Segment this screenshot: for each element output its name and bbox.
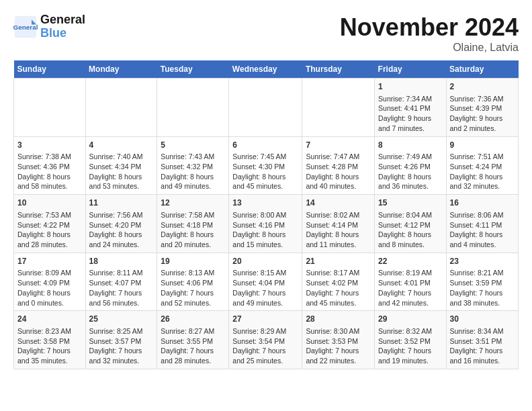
sunset-text: Sunset: 4:02 PM (306, 279, 358, 287)
day-cell: 11Sunrise: 7:56 AMSunset: 4:20 PMDayligh… (85, 195, 157, 253)
day-cell: 24Sunrise: 8:23 AMSunset: 3:58 PMDayligh… (14, 311, 86, 369)
sunrise-text: Sunrise: 8:19 AM (378, 269, 432, 277)
header-row: SundayMondayTuesdayWednesdayThursdayFrid… (14, 60, 519, 79)
day-cell: 7Sunrise: 7:47 AMSunset: 4:28 PMDaylight… (302, 136, 375, 195)
daylight-text: Daylight: 8 hours and 0 minutes. (17, 289, 71, 307)
daylight-text: Daylight: 7 hours and 28 minutes. (161, 347, 214, 365)
day-number: 2 (450, 81, 515, 93)
day-number: 11 (89, 197, 154, 209)
day-number: 6 (232, 140, 298, 151)
day-number: 30 (450, 314, 515, 325)
sunrise-text: Sunrise: 7:53 AM (17, 211, 71, 219)
sunset-text: Sunset: 3:53 PM (306, 337, 358, 345)
sunset-text: Sunset: 4:34 PM (89, 163, 142, 171)
day-number: 26 (161, 314, 225, 325)
sunset-text: Sunset: 4:24 PM (450, 163, 502, 171)
header-cell-friday: Friday (375, 60, 446, 79)
sunset-text: Sunset: 4:09 PM (17, 279, 70, 287)
sunrise-text: Sunrise: 8:15 AM (232, 269, 286, 277)
sunrise-text: Sunrise: 8:17 AM (306, 269, 359, 277)
daylight-text: Daylight: 7 hours and 25 minutes. (232, 347, 285, 365)
day-number: 16 (450, 197, 515, 209)
day-number: 22 (378, 256, 442, 267)
sunrise-text: Sunrise: 8:30 AM (306, 327, 359, 335)
daylight-text: Daylight: 8 hours and 20 minutes. (161, 230, 214, 248)
calendar-body: 1Sunrise: 7:34 AMSunset: 4:41 PMDaylight… (14, 79, 519, 369)
daylight-text: Daylight: 8 hours and 36 minutes. (378, 173, 431, 191)
day-cell: 14Sunrise: 8:02 AMSunset: 4:14 PMDayligh… (302, 195, 375, 253)
daylight-text: Daylight: 8 hours and 53 minutes. (89, 173, 142, 191)
sunset-text: Sunset: 4:11 PM (450, 221, 502, 229)
sunrise-text: Sunrise: 7:51 AM (450, 152, 504, 161)
title-area: November 2024 Olaine, Latvia (340, 13, 519, 54)
sunrise-text: Sunrise: 8:06 AM (450, 211, 504, 219)
sunrise-text: Sunrise: 8:00 AM (232, 211, 286, 219)
sunrise-text: Sunrise: 7:56 AM (89, 211, 143, 219)
day-cell: 6Sunrise: 7:45 AMSunset: 4:30 PMDaylight… (229, 136, 302, 195)
daylight-text: Daylight: 7 hours and 49 minutes. (232, 289, 285, 307)
sunrise-text: Sunrise: 8:34 AM (450, 327, 504, 335)
day-number: 12 (161, 197, 225, 209)
sunrise-text: Sunrise: 7:43 AM (161, 152, 214, 161)
sunrise-text: Sunrise: 7:38 AM (17, 152, 71, 161)
sunrise-text: Sunrise: 7:45 AM (232, 152, 286, 161)
sunset-text: Sunset: 4:41 PM (378, 104, 431, 112)
week-row-5: 24Sunrise: 8:23 AMSunset: 3:58 PMDayligh… (14, 311, 519, 369)
daylight-text: Daylight: 8 hours and 24 minutes. (89, 230, 142, 248)
daylight-text: Daylight: 7 hours and 38 minutes. (450, 289, 503, 307)
header-cell-sunday: Sunday (14, 60, 86, 79)
daylight-text: Daylight: 7 hours and 52 minutes. (161, 289, 214, 307)
daylight-text: Daylight: 8 hours and 28 minutes. (17, 230, 71, 248)
day-number: 29 (378, 314, 442, 325)
day-number: 20 (232, 256, 298, 267)
sunset-text: Sunset: 4:01 PM (378, 279, 431, 287)
sunset-text: Sunset: 4:07 PM (89, 279, 142, 287)
day-number: 17 (17, 256, 82, 267)
day-cell: 25Sunrise: 8:25 AMSunset: 3:57 PMDayligh… (85, 311, 157, 369)
sunrise-text: Sunrise: 7:49 AM (378, 152, 432, 161)
logo-line1: General (40, 13, 85, 26)
daylight-text: Daylight: 7 hours and 16 minutes. (450, 347, 503, 365)
logo-line2: Blue (40, 27, 85, 40)
day-cell: 18Sunrise: 8:11 AMSunset: 4:07 PMDayligh… (85, 253, 157, 311)
daylight-text: Daylight: 8 hours and 49 minutes. (161, 173, 214, 191)
sunrise-text: Sunrise: 7:40 AM (89, 152, 143, 161)
day-number: 21 (306, 256, 371, 267)
day-cell: 4Sunrise: 7:40 AMSunset: 4:34 PMDaylight… (85, 136, 157, 195)
logo: General General Blue (13, 13, 85, 40)
day-cell (229, 79, 302, 137)
day-cell: 17Sunrise: 8:09 AMSunset: 4:09 PMDayligh… (14, 253, 86, 311)
day-number: 19 (161, 256, 225, 267)
day-cell (302, 79, 375, 137)
sunset-text: Sunset: 4:20 PM (89, 221, 142, 229)
sunrise-text: Sunrise: 8:02 AM (306, 211, 359, 219)
day-number: 27 (232, 314, 298, 325)
day-cell: 23Sunrise: 8:21 AMSunset: 3:59 PMDayligh… (446, 253, 519, 311)
day-number: 14 (306, 197, 371, 209)
month-title: November 2024 (340, 13, 519, 42)
sunrise-text: Sunrise: 8:27 AM (161, 327, 214, 335)
day-cell: 28Sunrise: 8:30 AMSunset: 3:53 PMDayligh… (302, 311, 375, 369)
day-cell: 19Sunrise: 8:13 AMSunset: 4:06 PMDayligh… (157, 253, 229, 311)
daylight-text: Daylight: 8 hours and 11 minutes. (306, 230, 359, 248)
day-cell: 16Sunrise: 8:06 AMSunset: 4:11 PMDayligh… (446, 195, 519, 253)
sunrise-text: Sunrise: 7:58 AM (161, 211, 214, 219)
sunrise-text: Sunrise: 7:36 AM (450, 95, 504, 103)
day-number: 7 (306, 140, 371, 151)
week-row-2: 3Sunrise: 7:38 AMSunset: 4:36 PMDaylight… (14, 136, 519, 195)
day-cell: 10Sunrise: 7:53 AMSunset: 4:22 PMDayligh… (14, 195, 86, 253)
header-cell-monday: Monday (85, 60, 157, 79)
daylight-text: Daylight: 7 hours and 22 minutes. (306, 347, 359, 365)
day-cell: 29Sunrise: 8:32 AMSunset: 3:52 PMDayligh… (375, 311, 446, 369)
daylight-text: Daylight: 7 hours and 32 minutes. (89, 347, 142, 365)
header-cell-saturday: Saturday (446, 60, 519, 79)
daylight-text: Daylight: 8 hours and 40 minutes. (306, 173, 359, 191)
day-number: 28 (306, 314, 371, 325)
daylight-text: Daylight: 7 hours and 45 minutes. (306, 289, 359, 307)
daylight-text: Daylight: 8 hours and 4 minutes. (450, 230, 503, 248)
day-number: 15 (378, 197, 442, 209)
daylight-text: Daylight: 9 hours and 2 minutes. (450, 114, 503, 132)
day-number: 24 (17, 314, 82, 325)
daylight-text: Daylight: 8 hours and 15 minutes. (232, 230, 285, 248)
sunset-text: Sunset: 3:55 PM (161, 337, 213, 345)
